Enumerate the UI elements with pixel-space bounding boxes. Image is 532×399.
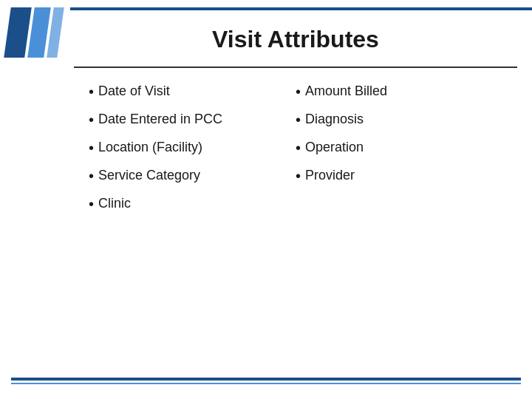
list-item: • Provider [296,167,502,185]
item-label: Operation [305,139,364,156]
top-decorative-line [70,7,532,10]
bullet-icon: • [89,139,94,157]
item-label: Clinic [98,195,131,212]
list-item: • Operation [296,139,502,157]
item-label: Date Entered in PCC [98,111,222,128]
bullet-icon: • [89,167,94,185]
list-item: • Date Entered in PCC [89,111,296,129]
attributes-list-container: • Date of Visit • Date Entered in PCC • … [74,83,517,213]
bullet-icon: • [296,111,301,129]
list-item: • Service Category [89,167,296,185]
list-item: • Diagnosis [296,111,502,129]
bullet-icon: • [89,111,94,129]
logo-shape-1 [4,7,32,58]
bullet-icon: • [296,83,301,100]
bullet-icon: • [89,195,94,213]
bullet-icon: • [89,83,94,100]
item-label: Amount Billed [305,83,387,100]
bottom-line-thick [11,378,521,381]
item-label: Date of Visit [98,83,170,100]
list-item: • Location (Facility) [89,139,296,157]
right-column: • Amount Billed • Diagnosis • Operation … [296,83,502,213]
left-column: • Date of Visit • Date Entered in PCC • … [89,83,296,213]
page-title: Visit Attributes [74,15,517,68]
list-item: • Date of Visit [89,83,296,100]
bullet-icon: • [296,167,301,185]
item-label: Diagnosis [305,111,364,128]
item-label: Service Category [98,167,200,184]
list-item: • Clinic [89,195,296,213]
item-label: Location (Facility) [98,139,202,156]
item-label: Provider [305,167,355,184]
bottom-line-thin [11,383,521,384]
main-content: Visit Attributes • Date of Visit • Date … [74,15,517,362]
bullet-icon: • [296,139,301,157]
list-item: • Amount Billed [296,83,502,100]
bottom-decorative-lines [0,378,532,384]
